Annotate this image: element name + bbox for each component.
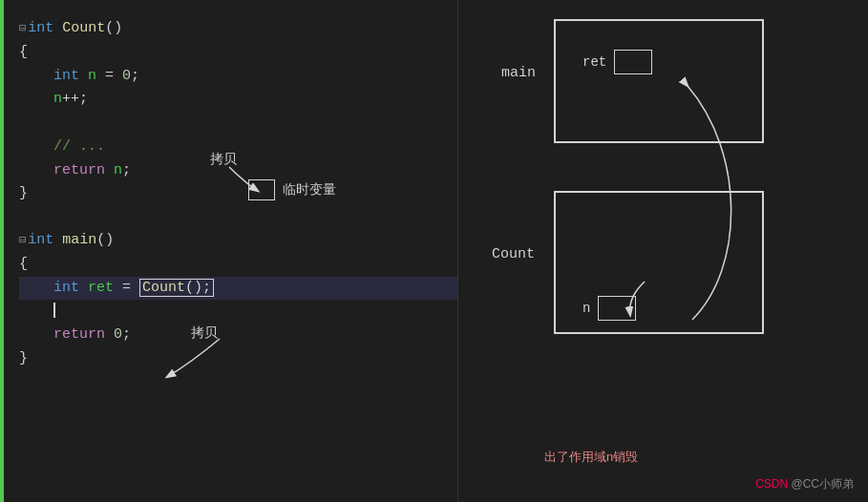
var-n-label: n xyxy=(582,301,590,316)
main-line-4 xyxy=(19,300,457,324)
kw-int: int xyxy=(28,20,53,36)
frame-main-label: main xyxy=(501,65,536,81)
var-ret-row: ret xyxy=(582,50,652,74)
var-n-row: n xyxy=(582,296,636,321)
frame-count-label: Count xyxy=(492,246,535,262)
temp-box xyxy=(248,179,275,200)
code-line-3: int n = 0; xyxy=(19,65,457,89)
destroy-label: 出了作用域n销毁 xyxy=(544,449,638,466)
code-line-5 xyxy=(19,112,457,136)
green-bar xyxy=(0,0,4,502)
collapse-icon: ⊟ xyxy=(19,22,26,35)
code-line-4: n++; xyxy=(19,88,457,112)
code-line-6: // ... xyxy=(19,136,457,159)
main-line-1: ⊟int main() xyxy=(19,229,457,253)
main-function: ⊟int main() { int ret = Count(); return … xyxy=(19,229,457,371)
temp-var-area: 临时变量 xyxy=(248,179,336,200)
var-ret-label: ret xyxy=(582,54,606,70)
fn-count: Count xyxy=(62,20,105,36)
code-content: ⊟int Count() { int n = 0; n++; // ... re… xyxy=(0,10,457,371)
var-ret-box xyxy=(614,50,652,74)
cursor xyxy=(53,303,55,318)
main-line-5: return 0; xyxy=(19,324,457,347)
watermark-at: @CC小师弟 xyxy=(791,477,854,491)
temp-var-label: 临时变量 xyxy=(283,181,336,199)
copy2-label: 拷贝 xyxy=(191,324,218,342)
count-call-highlight: Count(); xyxy=(139,279,214,297)
main-line-2: { xyxy=(19,253,457,277)
code-line-2: { xyxy=(19,41,457,65)
watermark: CSDN @CC小师弟 xyxy=(755,476,854,492)
watermark-csdn: CSDN xyxy=(755,477,788,491)
collapse-icon-2: ⊟ xyxy=(19,234,26,247)
main-line-3: int ret = Count(); xyxy=(19,277,457,301)
var-n-box xyxy=(598,296,636,321)
frame-main xyxy=(554,19,764,143)
code-panel: ⊟int Count() { int n = 0; n++; // ... re… xyxy=(0,0,458,502)
count-function: ⊟int Count() { int n = 0; n++; // ... re… xyxy=(19,17,457,206)
diagram-panel: main ret Count n 出了作用域n销毁 xyxy=(458,0,868,502)
code-line-8: } xyxy=(19,182,457,206)
main-line-6: } xyxy=(19,347,457,371)
copy1-label: 拷贝 xyxy=(210,151,237,168)
code-line-1: ⊟int Count() xyxy=(19,17,457,41)
code-line-7: return n; xyxy=(19,159,457,183)
